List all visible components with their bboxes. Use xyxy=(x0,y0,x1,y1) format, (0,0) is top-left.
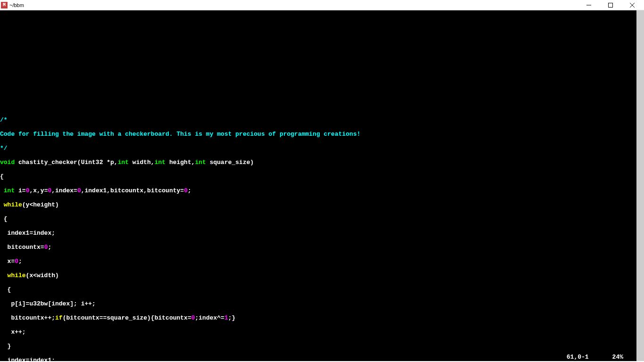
cursor-position: 61,0-1 xyxy=(567,354,589,361)
titlebar[interactable]: M ~/bbm xyxy=(0,0,644,10)
code-content: /* Code for filling the image with a che… xyxy=(0,25,636,361)
minimize-button[interactable] xyxy=(578,0,600,10)
comment-body: Code for filling the image with a checke… xyxy=(0,131,361,138)
window-controls xyxy=(578,0,643,10)
comment-close: */ xyxy=(0,145,8,152)
vim-status-line: 61,0-1 24% xyxy=(567,354,636,361)
svg-rect-1 xyxy=(609,3,613,7)
scroll-percent: 24% xyxy=(612,354,623,361)
comment-open: /* xyxy=(0,116,8,123)
maximize-button[interactable] xyxy=(600,0,621,10)
window-title: ~/bbm xyxy=(9,2,24,8)
app-icon: M xyxy=(1,2,8,8)
type-void: void xyxy=(0,159,15,166)
scrollbar[interactable] xyxy=(636,10,644,361)
terminal-area[interactable]: /* Code for filling the image with a che… xyxy=(0,10,636,361)
scrollbar-thumb[interactable] xyxy=(636,10,644,361)
close-button[interactable] xyxy=(621,0,643,10)
